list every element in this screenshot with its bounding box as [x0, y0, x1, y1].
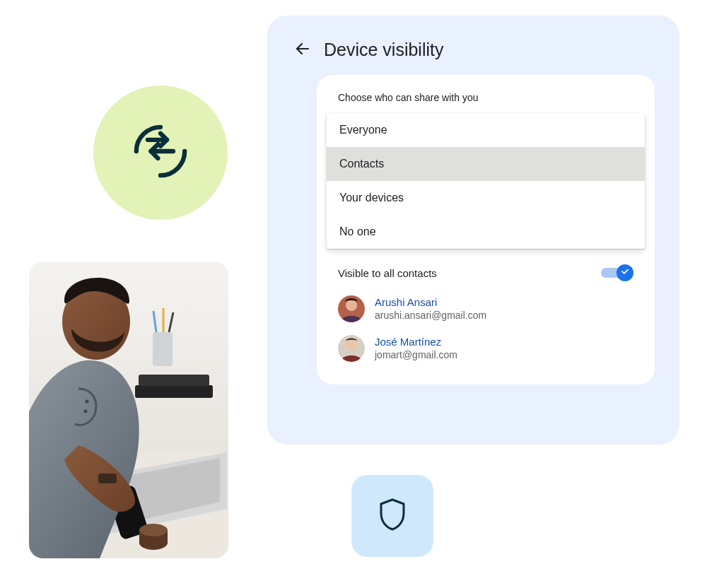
- device-visibility-panel: Device visibility Choose who can share w…: [267, 16, 679, 445]
- visibility-option-list: Everyone Contacts Your devices No one: [327, 113, 645, 249]
- back-button[interactable]: [291, 38, 314, 61]
- visible-to-all-toggle[interactable]: [601, 264, 633, 281]
- page-title: Device visibility: [324, 40, 443, 60]
- svg-point-15: [139, 524, 168, 536]
- svg-rect-4: [135, 385, 213, 398]
- avatar: [338, 295, 365, 322]
- svg-point-24: [346, 339, 357, 351]
- visible-to-all-row: Visible to all contacts: [317, 249, 655, 286]
- option-your-devices[interactable]: Your devices: [327, 181, 645, 215]
- contact-text: José Martínez jomart@gmail.com: [375, 336, 457, 361]
- hero-photo: [29, 261, 228, 558]
- contact-email: arushi.ansari@gmail.com: [375, 310, 486, 322]
- shield-icon: [378, 498, 407, 534]
- shield-tile: [351, 475, 433, 557]
- visibility-card: Choose who can share with you Everyone C…: [317, 75, 655, 384]
- svg-point-22: [346, 300, 357, 311]
- svg-rect-6: [153, 332, 173, 366]
- svg-point-18: [86, 400, 89, 404]
- contact-email: jomart@gmail.com: [375, 349, 457, 362]
- toggle-thumb: [617, 264, 633, 281]
- visible-to-all-label: Visible to all contacts: [338, 267, 437, 279]
- sync-icon: [129, 119, 192, 186]
- option-everyone[interactable]: Everyone: [327, 113, 645, 147]
- check-icon: [620, 266, 630, 279]
- section-label: Choose who can share with you: [317, 92, 655, 110]
- contact-name: José Martínez: [375, 336, 457, 349]
- arrow-left-icon: [294, 40, 311, 59]
- option-contacts[interactable]: Contacts: [327, 147, 645, 181]
- contact-row[interactable]: José Martínez jomart@gmail.com: [317, 325, 655, 365]
- svg-rect-17: [98, 474, 117, 483]
- avatar: [338, 335, 365, 362]
- contact-name: Arushi Ansari: [375, 296, 486, 310]
- svg-rect-5: [139, 375, 209, 386]
- contact-text: Arushi Ansari arushi.ansari@gmail.com: [375, 296, 486, 322]
- panel-header: Device visibility: [284, 35, 662, 75]
- svg-point-19: [84, 410, 88, 413]
- sync-badge: [93, 86, 228, 220]
- contact-row[interactable]: Arushi Ansari arushi.ansari@gmail.com: [317, 286, 655, 325]
- option-no-one[interactable]: No one: [327, 215, 645, 249]
